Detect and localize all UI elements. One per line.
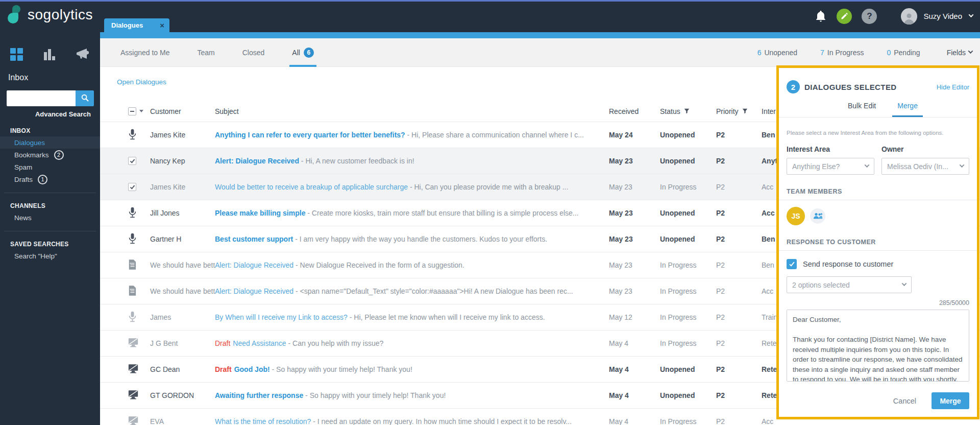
owner-label: Owner xyxy=(881,145,969,153)
subject-snippet: - I am very happy with the way you handl… xyxy=(295,235,547,243)
tab-all[interactable]: All6 xyxy=(289,38,316,67)
customer-name: James xyxy=(150,313,215,321)
priority-value: P2 xyxy=(716,313,762,321)
interest-area-select[interactable]: Anything Else? xyxy=(787,158,874,175)
priority-value: P2 xyxy=(716,183,762,191)
status-value: In Progress xyxy=(660,339,716,347)
subject-cell: DraftNeed Assistance - Can you help with… xyxy=(215,339,609,347)
received-date: May 4 xyxy=(609,391,660,399)
team-member-avatar[interactable]: JS xyxy=(787,207,805,225)
user-name[interactable]: Suzy Video xyxy=(923,12,962,20)
subject-link[interactable]: Alert: Dialogue Received xyxy=(215,261,293,269)
response-message-textarea[interactable]: Dear Customer, Thank you for contacting … xyxy=(787,310,969,382)
subject-cell: What is the time of resolution? - I need… xyxy=(215,417,609,425)
fields-dropdown[interactable]: Fields xyxy=(947,49,972,57)
stat-pending: 0Pending xyxy=(887,49,920,57)
sidebar-item-bookmarks[interactable]: Bookmarks2 xyxy=(0,149,100,161)
search-icon xyxy=(81,94,89,103)
tab-closed[interactable]: Closed xyxy=(240,38,267,67)
customer-name: J G Bent xyxy=(150,339,215,347)
priority-value: P2 xyxy=(716,131,762,139)
received-date: May 4 xyxy=(609,339,660,347)
tab-merge[interactable]: Merge xyxy=(897,102,918,117)
divider xyxy=(779,200,977,200)
search-button[interactable] xyxy=(76,90,94,106)
subject-cell: Please make billing simple - Create more… xyxy=(215,209,609,217)
add-team-members-icon[interactable] xyxy=(810,208,825,224)
screen-dialogue-icon xyxy=(128,364,138,375)
priority-filter-icon[interactable] xyxy=(742,108,748,114)
chevron-down-icon[interactable] xyxy=(969,12,974,17)
subject-link[interactable]: Would be better to receive a breakup of … xyxy=(215,183,408,191)
announcements-megaphone-icon[interactable] xyxy=(76,48,90,62)
sidebar-title: Inbox xyxy=(8,73,100,82)
help-icon[interactable]: ? xyxy=(862,9,877,24)
draft-label: Draft xyxy=(215,339,230,347)
advanced-search-link[interactable]: Advanced Search xyxy=(0,110,91,118)
subject-link[interactable]: Good Job! xyxy=(234,365,270,373)
subject-link[interactable]: Anything I can refer to every quarter fo… xyxy=(215,131,405,139)
sidebar-section-channels: CHANNELS xyxy=(10,202,100,209)
voice-dialogue-icon xyxy=(128,129,137,141)
send-response-checkbox[interactable] xyxy=(787,259,797,269)
sidebar: Inbox Advanced Search INBOX Dialogues Bo… xyxy=(0,32,100,425)
chevron-down-icon xyxy=(968,49,973,54)
drafts-count-badge: 1 xyxy=(38,175,47,184)
subject-link[interactable]: By When will I receive my Link to access… xyxy=(215,313,348,321)
compose-pencil-icon[interactable] xyxy=(837,9,852,24)
status-value: In Progress xyxy=(660,417,716,425)
window-top-edge xyxy=(0,0,980,2)
subject-link[interactable]: Best customer support xyxy=(215,235,293,243)
received-date: May 23 xyxy=(609,235,660,243)
close-icon[interactable]: × xyxy=(160,21,164,29)
subject-link[interactable]: Alert: Dialogue Received xyxy=(215,287,293,295)
subject-cell: Alert: Dialogue Received - New Dialogue … xyxy=(215,261,609,269)
tab-team[interactable]: Team xyxy=(195,38,217,67)
cancel-button[interactable]: Cancel xyxy=(893,397,916,405)
tab-bulk-edit[interactable]: Bulk Edit xyxy=(848,102,876,117)
notifications-bell-icon[interactable] xyxy=(815,10,826,22)
search-input[interactable] xyxy=(7,90,76,106)
customer-name: EVA xyxy=(150,417,215,425)
user-avatar[interactable] xyxy=(901,8,917,25)
status-value: In Progress xyxy=(660,183,716,191)
customer-name: Jill Jones xyxy=(150,209,215,217)
subject-link[interactable]: Please make billing simple xyxy=(215,209,305,217)
sidebar-item-drafts[interactable]: Drafts1 xyxy=(0,173,100,185)
status-filter-icon[interactable] xyxy=(684,108,690,114)
hide-editor-link[interactable]: Hide Editor xyxy=(937,83,969,91)
subject-link[interactable]: What is the time of resolution? xyxy=(215,417,311,425)
sogolytics-logo[interactable]: sogolytics xyxy=(7,3,93,27)
merge-helper-text: Please select a new Interest Area from t… xyxy=(787,130,969,136)
received-date: May 23 xyxy=(609,287,660,295)
owner-select[interactable]: Melissa Oediv (In... xyxy=(881,158,969,175)
chevron-down-icon xyxy=(960,162,965,168)
subject-link[interactable]: Awaiting further response xyxy=(215,391,303,399)
open-dialogues-link[interactable]: Open Dialogues xyxy=(117,78,166,86)
divider xyxy=(779,117,977,117)
status-value: In Progress xyxy=(660,261,716,269)
tab-assigned-to-me[interactable]: Assigned to Me xyxy=(118,38,173,67)
col-status: Status xyxy=(660,107,716,115)
select-menu-caret-icon[interactable] xyxy=(139,110,143,112)
subject-link[interactable]: Alert: Dialogue Received xyxy=(215,157,299,165)
subject-link[interactable]: Need Assistance xyxy=(233,339,286,347)
status-value: Unopened xyxy=(660,157,716,165)
apps-grid-icon[interactable] xyxy=(10,48,23,62)
sidebar-item-search-help[interactable]: Search "Help" xyxy=(0,250,100,262)
select-all-checkbox[interactable] xyxy=(128,107,136,115)
dialogues-document-tab[interactable]: Dialogues × xyxy=(104,18,169,32)
status-value: In Progress xyxy=(660,313,716,321)
sidebar-item-news[interactable]: News xyxy=(0,211,100,224)
row-checkbox[interactable] xyxy=(128,183,136,191)
response-options-select[interactable]: 2 options selected xyxy=(787,276,912,293)
subject-cell: By When will I receive my Link to access… xyxy=(215,313,609,321)
row-checkbox[interactable] xyxy=(128,157,136,165)
sidebar-item-dialogues[interactable]: Dialogues xyxy=(0,136,100,149)
merge-button[interactable]: Merge xyxy=(932,392,969,409)
sidebar-section-inbox: INBOX xyxy=(10,127,100,134)
sidebar-item-spam[interactable]: Spam xyxy=(0,161,100,173)
voice-dialogue-icon xyxy=(128,311,137,324)
reports-chart-icon[interactable] xyxy=(43,48,56,62)
subject-cell: Best customer support - I am very happy … xyxy=(215,235,609,243)
